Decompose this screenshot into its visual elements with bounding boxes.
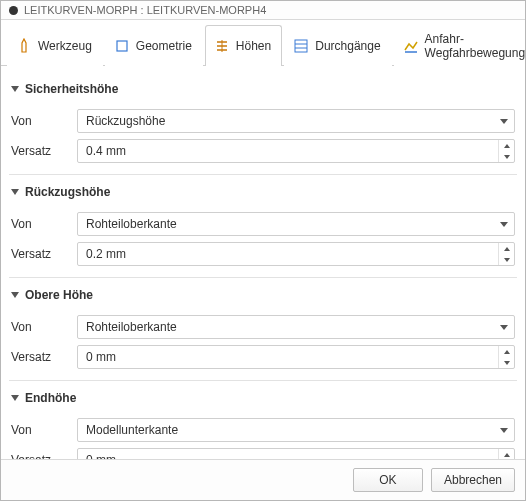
group-header-rueckzugshoehe[interactable]: Rückzugshöhe — [9, 179, 517, 209]
tab-hoehen[interactable]: Höhen — [205, 25, 282, 66]
chevron-down-icon — [11, 395, 19, 401]
group-title: Endhöhe — [25, 391, 76, 405]
von-select-rueckzugshoehe[interactable]: Rohteiloberkante — [77, 212, 515, 236]
von-select-value: Rohteiloberkante — [78, 316, 494, 338]
versatz-label: Versatz — [11, 350, 69, 364]
chevron-down-icon — [504, 155, 510, 159]
tab-durchgaenge[interactable]: Durchgänge — [284, 25, 391, 66]
spin-down-button[interactable] — [499, 357, 514, 368]
group-title: Rückzugshöhe — [25, 185, 110, 199]
chevron-down-icon — [11, 292, 19, 298]
group-rueckzugshoehe: Rückzugshöhe Von Rohteiloberkante Versat… — [9, 175, 517, 278]
group-title: Sicherheitshöhe — [25, 82, 118, 96]
chevron-down-icon — [500, 428, 508, 433]
chevron-down-icon — [500, 119, 508, 124]
tab-label: Höhen — [236, 39, 271, 53]
von-select-value: Modellunterkante — [78, 419, 494, 441]
group-title: Obere Höhe — [25, 288, 93, 302]
geometry-icon — [114, 38, 130, 54]
group-endhoehe: Endhöhe Von Modellunterkante Versatz — [9, 381, 517, 459]
tab-anfahr-wegfahr[interactable]: Anfahr-Wegfahrbewegungen — [394, 25, 526, 66]
von-label: Von — [11, 114, 69, 128]
tab-geometrie[interactable]: Geometrie — [105, 25, 203, 66]
spin-up-button[interactable] — [499, 243, 514, 254]
versatz-input-endhoehe[interactable] — [77, 448, 515, 459]
chevron-up-icon — [504, 144, 510, 148]
chevron-down-icon — [500, 325, 508, 330]
von-select-value: Rohteiloberkante — [78, 213, 494, 235]
spin-up-button[interactable] — [499, 449, 514, 459]
chevron-down-icon — [11, 86, 19, 92]
tab-werkzeug[interactable]: Werkzeug — [7, 25, 103, 66]
window-state-icon — [9, 6, 18, 15]
tab-label: Werkzeug — [38, 39, 92, 53]
von-select-sicherheitshoehe[interactable]: Rückzugshöhe — [77, 109, 515, 133]
spin-up-button[interactable] — [499, 346, 514, 357]
svg-rect-0 — [117, 41, 127, 51]
von-label: Von — [11, 217, 69, 231]
versatz-label: Versatz — [11, 247, 69, 261]
chevron-down-icon — [504, 361, 510, 365]
group-header-sicherheitshoehe[interactable]: Sicherheitshöhe — [9, 76, 517, 106]
versatz-label: Versatz — [11, 144, 69, 158]
spin-down-button[interactable] — [499, 151, 514, 162]
group-header-endhoehe[interactable]: Endhöhe — [9, 385, 517, 415]
spin-up-button[interactable] — [499, 140, 514, 151]
von-select-value: Rückzugshöhe — [78, 110, 494, 132]
window-title: LEITKURVEN-MORPH : LEITKURVEN-MORPH4 — [24, 4, 266, 16]
chevron-up-icon — [504, 350, 510, 354]
versatz-input-obere-hoehe[interactable] — [77, 345, 515, 369]
ok-button[interactable]: OK — [353, 468, 423, 492]
von-select-endhoehe[interactable]: Modellunterkante — [77, 418, 515, 442]
versatz-field[interactable] — [78, 346, 498, 368]
spin-down-button[interactable] — [499, 254, 514, 265]
chevron-up-icon — [504, 453, 510, 457]
dropdown-button[interactable] — [494, 419, 514, 441]
versatz-field[interactable] — [78, 140, 498, 162]
tab-label: Geometrie — [136, 39, 192, 53]
versatz-field[interactable] — [78, 449, 498, 459]
linking-icon — [403, 38, 419, 54]
group-header-obere-hoehe[interactable]: Obere Höhe — [9, 282, 517, 312]
chevron-down-icon — [11, 189, 19, 195]
dialog-footer: OK Abbrechen — [1, 459, 525, 500]
tab-label: Durchgänge — [315, 39, 380, 53]
versatz-input-sicherheitshoehe[interactable] — [77, 139, 515, 163]
versatz-input-rueckzugshoehe[interactable] — [77, 242, 515, 266]
von-label: Von — [11, 320, 69, 334]
content-pane: Sicherheitshöhe Von Rückzugshöhe Versatz — [1, 66, 525, 459]
dropdown-button[interactable] — [494, 316, 514, 338]
tab-label: Anfahr-Wegfahrbewegungen — [425, 32, 526, 60]
cancel-button[interactable]: Abbrechen — [431, 468, 515, 492]
dropdown-button[interactable] — [494, 110, 514, 132]
heights-icon — [214, 38, 230, 54]
passes-icon — [293, 38, 309, 54]
tool-icon — [16, 38, 32, 54]
von-select-obere-hoehe[interactable]: Rohteiloberkante — [77, 315, 515, 339]
chevron-down-icon — [504, 258, 510, 262]
svg-rect-5 — [295, 40, 307, 52]
dropdown-button[interactable] — [494, 213, 514, 235]
title-bar: LEITKURVEN-MORPH : LEITKURVEN-MORPH4 — [1, 1, 525, 20]
group-sicherheitshoehe: Sicherheitshöhe Von Rückzugshöhe Versatz — [9, 72, 517, 175]
von-label: Von — [11, 423, 69, 437]
chevron-down-icon — [500, 222, 508, 227]
tab-bar: Werkzeug Geometrie Höhen Durchgänge — [1, 20, 525, 66]
group-obere-hoehe: Obere Höhe Von Rohteiloberkante Versatz — [9, 278, 517, 381]
versatz-field[interactable] — [78, 243, 498, 265]
chevron-up-icon — [504, 247, 510, 251]
